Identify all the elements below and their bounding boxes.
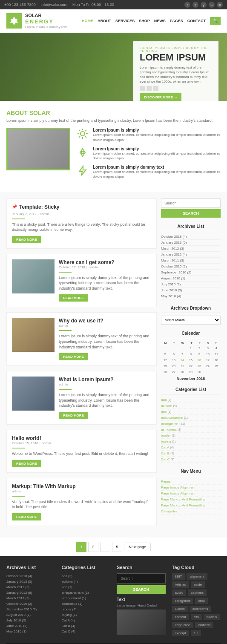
cat-item[interactable]: asmodeus (1) xyxy=(161,427,221,433)
archives-select[interactable]: Select Month xyxy=(161,316,221,325)
post-excerpt-sticky: This is a sticky post. There are a few t… xyxy=(12,222,151,233)
nav-menu-item[interactable]: Page Markup And Formatting xyxy=(161,503,221,509)
nav-contact[interactable]: CONTACT xyxy=(187,19,206,23)
twitter-icon[interactable]: t xyxy=(193,2,198,8)
footer-archive-item[interactable]: August 2010 (1) xyxy=(6,612,55,618)
footer-cat-item[interactable]: buying (1) xyxy=(62,612,111,618)
footer-archive-item[interactable]: July 2010 (2) xyxy=(6,618,55,623)
footer-search-input[interactable] xyxy=(117,573,166,584)
nav-news[interactable]: NEWS xyxy=(154,19,166,23)
cat-item[interactable]: buying (1) xyxy=(161,439,221,445)
facebook-icon[interactable]: f xyxy=(184,2,190,8)
footer-cat-item[interactable]: Cat A (4) xyxy=(62,618,111,623)
footer-cat-item[interactable]: antiquarianism (1) xyxy=(62,590,111,595)
page-btn-1[interactable]: 1 xyxy=(76,542,86,552)
archive-item[interactable]: March 2012 (3) xyxy=(161,246,221,252)
footer-search-button[interactable]: SEARCH xyxy=(117,585,166,594)
youtube-icon[interactable]: y xyxy=(201,2,207,8)
nav-menu-item[interactable]: Page Markup And Formatting xyxy=(161,497,221,503)
tag-chat[interactable]: chat xyxy=(195,598,207,604)
tag-comments[interactable]: comments xyxy=(190,606,211,612)
sidebar-search-input[interactable] xyxy=(161,198,221,208)
next-page-button[interactable]: Next page xyxy=(124,543,151,551)
read-more-why[interactable]: READ MORE xyxy=(59,353,88,360)
footer-archive-item[interactable]: March 2011 (3) xyxy=(6,595,55,601)
footer-archive-item[interactable]: September 2010 (2) xyxy=(6,607,55,612)
tag-8bit[interactable]: 8BIT xyxy=(172,573,185,580)
archive-item[interactable]: August 2010 (1) xyxy=(161,276,221,282)
tag-embeds[interactable]: embeds xyxy=(195,622,213,628)
sidebar-search-button[interactable]: SEARCH xyxy=(161,209,221,218)
footer-archive-item[interactable]: January 2013 (5) xyxy=(6,579,55,584)
archive-item[interactable]: January 2012 (4) xyxy=(161,252,221,258)
nav-services[interactable]: SERVICES xyxy=(115,19,135,23)
cat-item[interactable]: arrangement (1) xyxy=(161,421,221,427)
archive-item[interactable]: March 2011 (3) xyxy=(161,258,221,264)
tag-content[interactable]: content xyxy=(172,614,189,620)
archive-item[interactable]: June 2010 (3) xyxy=(161,288,221,293)
footer-archive-item[interactable]: January 2012 (8) xyxy=(6,590,55,595)
tag-full[interactable]: full xyxy=(191,630,201,636)
google-icon[interactable]: G xyxy=(209,2,215,8)
cat-item[interactable]: antiquarianism (1) xyxy=(161,415,221,421)
nav-menu-item[interactable]: Pages xyxy=(161,479,221,485)
discover-button[interactable]: DISCOVER MORE → xyxy=(140,93,181,101)
cat-item[interactable]: broder (1) xyxy=(161,433,221,439)
tag-edge-case[interactable]: edge case xyxy=(172,622,194,628)
read-more-markup[interactable]: READ MORE xyxy=(12,513,41,520)
footer-archive-item[interactable]: October 2018 (4) xyxy=(6,573,55,579)
tag-dkwork[interactable]: dkwork xyxy=(204,614,220,620)
read-more-hello[interactable]: READ MORE xyxy=(12,460,41,467)
tag-audio[interactable]: audio xyxy=(172,589,187,596)
nav-about[interactable]: ABOUT xyxy=(98,19,111,23)
archive-item[interactable]: May 2010 (4) xyxy=(161,293,221,299)
footer-cat-item[interactable]: arrangement (1) xyxy=(62,595,111,601)
footer-archive-item[interactable]: June 2010 (3) xyxy=(6,623,55,629)
nav-menu-item[interactable]: Page Image Alignment xyxy=(161,485,221,491)
page-btn-ellipsis[interactable]: … xyxy=(100,542,110,552)
read-more-what[interactable]: READ MORE xyxy=(59,412,88,419)
footer-cat-item[interactable]: Cat C (4) xyxy=(62,629,111,634)
footer-cat-item[interactable]: asmodeus (1) xyxy=(62,601,111,607)
footer-cat-item[interactable]: Cat B (4) xyxy=(62,623,111,629)
cat-item[interactable]: Cat B (4) xyxy=(161,451,221,457)
tag-excerpt[interactable]: excerpt xyxy=(172,630,189,636)
tag-alignment[interactable]: alignment xyxy=(187,573,207,580)
nav-search-button[interactable]: 🔍 xyxy=(210,17,221,25)
cat-item[interactable]: Cat A (4) xyxy=(161,445,221,451)
nav-menu-item[interactable]: Categories xyxy=(161,509,221,515)
tag-css[interactable]: css xyxy=(191,614,202,620)
read-more-where[interactable]: READ MORE xyxy=(59,294,88,302)
read-more-sticky[interactable]: READ MORE xyxy=(12,236,41,243)
footer-cat-item[interactable]: ado (1) xyxy=(62,584,111,590)
tag-aside[interactable]: aside xyxy=(191,581,205,588)
nav-shop[interactable]: SHOP xyxy=(139,19,150,23)
footer-archive-item[interactable]: October 2010 (2) xyxy=(6,601,55,607)
tag-categories[interactable]: categories xyxy=(172,598,194,604)
about-section: ABOUT SOLAR Lorem ipsum is simply dummy … xyxy=(0,101,227,192)
tag-articles[interactable]: Articles xyxy=(172,581,189,588)
footer-archive-item[interactable]: May 2010 (1) xyxy=(6,629,55,634)
nav-pages[interactable]: PAGES xyxy=(170,19,183,23)
archive-item[interactable]: September 2010 (2) xyxy=(161,270,221,276)
cat-item[interactable]: Cat C (4) xyxy=(161,457,221,463)
footer-archive-item[interactable]: March 2012 (3) xyxy=(6,584,55,590)
tag-codex[interactable]: Codex xyxy=(172,606,188,612)
archive-item[interactable]: July 2010 (2) xyxy=(161,282,221,288)
page-btn-5[interactable]: 5 xyxy=(112,542,122,552)
footer-cat-item[interactable]: aciform (4) xyxy=(62,579,111,584)
linkedin-icon[interactable]: in xyxy=(217,2,223,8)
nav-home[interactable]: HOME xyxy=(82,19,93,23)
tag-captions[interactable]: captions xyxy=(188,589,207,596)
archive-item[interactable]: October 2010 (2) xyxy=(161,264,221,270)
archive-item[interactable]: October 2018 (4) xyxy=(161,234,221,240)
cat-item[interactable]: ado (1) xyxy=(161,409,221,415)
archive-item[interactable]: January 2013 (5) xyxy=(161,240,221,246)
page-btn-2[interactable]: 2 xyxy=(88,542,98,552)
cat-item[interactable]: aciform (4) xyxy=(161,403,221,409)
nav-menu-item[interactable]: Page Image Alignment xyxy=(161,491,221,497)
footer-cat-item[interactable]: aaa (3) xyxy=(62,573,111,579)
cat-item[interactable]: aaa (3) xyxy=(161,397,221,403)
sticky-pin-icon: 📌 xyxy=(12,204,17,209)
footer-cat-item[interactable]: broder (1) xyxy=(62,607,111,612)
